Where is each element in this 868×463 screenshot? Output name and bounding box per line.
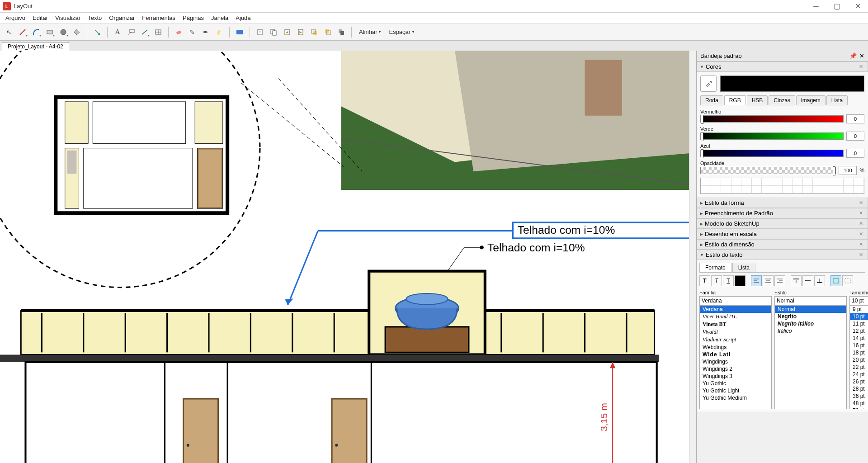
- maximize-button[interactable]: ▢: [826, 0, 847, 13]
- align-right-button[interactable]: [774, 275, 785, 286]
- list-item[interactable]: Vivaldi: [700, 328, 771, 336]
- section-close-icon[interactable]: ✕: [857, 231, 865, 237]
- eyedropper-button[interactable]: [700, 76, 717, 92]
- label-tool[interactable]: [125, 26, 137, 38]
- send-back-tool[interactable]: [321, 26, 334, 38]
- familia-input[interactable]: [699, 296, 772, 305]
- list-item[interactable]: 20 pt: [850, 356, 868, 364]
- menu-arquivo[interactable]: Arquivo: [2, 14, 29, 22]
- circle-tool[interactable]: [57, 26, 70, 38]
- list-item[interactable]: 28 pt: [850, 385, 868, 392]
- section-preenchimento[interactable]: ▶Preenchimento de Padrão✕: [697, 208, 868, 218]
- swatch-grid[interactable]: [700, 178, 864, 194]
- red-slider[interactable]: [700, 115, 844, 123]
- space-menu[interactable]: Espaçar: [385, 27, 418, 37]
- opacity-value[interactable]: [839, 166, 857, 175]
- valign-middle-button[interactable]: [802, 275, 813, 286]
- list-item[interactable]: Normal: [775, 306, 846, 313]
- section-modelo[interactable]: ▶Modelo do SketchUp✕: [697, 218, 868, 229]
- document-tab[interactable]: Projeto_Layout - A4-02: [2, 42, 69, 51]
- section-dimensao[interactable]: ▶Estilo da dimensão✕: [697, 239, 868, 250]
- color-tab-roda[interactable]: Roda: [700, 95, 723, 105]
- align-left-button[interactable]: [751, 275, 762, 286]
- select-tool[interactable]: ↖: [3, 26, 15, 38]
- text-tab-formato[interactable]: Formato: [699, 263, 731, 272]
- prev-page-tool[interactable]: ◄: [281, 26, 293, 38]
- list-item[interactable]: Wide Lati: [700, 351, 771, 358]
- tamanho-list[interactable]: 9 pt10 pt11 pt12 pt14 pt16 pt18 pt20 pt2…: [849, 305, 868, 409]
- tamanho-input[interactable]: [849, 296, 868, 305]
- canvas[interactable]: ▾ ✕: [0, 51, 696, 463]
- list-item[interactable]: Verdana: [700, 306, 771, 313]
- rectangle-tool[interactable]: [43, 26, 56, 38]
- italic-button[interactable]: T: [711, 275, 722, 286]
- menu-visualizar[interactable]: Visualizar: [52, 14, 84, 22]
- opacity-slider[interactable]: [700, 167, 836, 174]
- list-item[interactable]: Wingdings 2: [700, 365, 771, 373]
- pen-tool[interactable]: ✒: [199, 26, 212, 38]
- list-item[interactable]: Yu Gothic Medium: [700, 394, 771, 402]
- section-close-icon[interactable]: ✕: [857, 64, 865, 70]
- arc-tool[interactable]: [30, 26, 42, 38]
- menu-texto[interactable]: Texto: [84, 14, 105, 22]
- highlighter-tool[interactable]: [213, 26, 226, 38]
- list-item[interactable]: Webdings: [700, 344, 771, 351]
- blue-value[interactable]: [846, 149, 864, 158]
- text-color-button[interactable]: [735, 275, 745, 286]
- list-item[interactable]: Wingdings 3: [700, 373, 771, 380]
- blue-slider[interactable]: [700, 150, 844, 157]
- line-tool[interactable]: [16, 26, 29, 38]
- close-button[interactable]: ✕: [847, 0, 868, 13]
- list-item[interactable]: 11 pt: [850, 320, 868, 327]
- estilo-input[interactable]: [774, 296, 847, 305]
- valign-bottom-button[interactable]: [814, 275, 825, 286]
- section-estilo-forma[interactable]: ▶Estilo da forma✕: [697, 198, 868, 208]
- text-unbox-button[interactable]: [842, 275, 853, 286]
- text-tab-lista[interactable]: Lista: [732, 263, 755, 272]
- menu-ferramentas[interactable]: Ferramentas: [138, 14, 179, 22]
- tray-close-icon[interactable]: ✕: [859, 52, 864, 59]
- list-item[interactable]: 14 pt: [850, 335, 868, 342]
- list-item[interactable]: Yu Gothic Light: [700, 387, 771, 394]
- familia-list[interactable]: VerdanaViner Hand ITCVineta BTVivaldiVla…: [699, 305, 772, 409]
- minimize-button[interactable]: ─: [806, 0, 826, 13]
- menu-editar[interactable]: Editar: [29, 14, 52, 22]
- red-value[interactable]: [846, 114, 864, 123]
- list-item[interactable]: 12 pt: [850, 327, 868, 335]
- estilo-list[interactable]: NormalNegritoNegrito ItálicoItálico: [774, 305, 847, 409]
- eraser-tool[interactable]: [172, 26, 185, 38]
- section-close-icon[interactable]: ✕: [857, 241, 865, 247]
- section-close-icon[interactable]: ✕: [857, 221, 865, 227]
- menu-paginas[interactable]: Páginas: [179, 14, 208, 22]
- tray-pin-icon[interactable]: 📌: [849, 52, 857, 59]
- table-tool[interactable]: [152, 26, 165, 38]
- list-item[interactable]: 48 pt: [850, 400, 868, 407]
- text-tool[interactable]: A: [111, 26, 124, 38]
- list-item[interactable]: 10 pt: [850, 313, 868, 320]
- section-close-icon[interactable]: ✕: [857, 252, 865, 258]
- polygon-tool[interactable]: [71, 26, 83, 38]
- color-tab-lista[interactable]: Lista: [826, 95, 848, 105]
- list-item[interactable]: 72 pt: [850, 407, 868, 409]
- align-menu[interactable]: Alinhar: [355, 27, 384, 37]
- list-item[interactable]: 9 pt: [850, 306, 868, 313]
- menu-organizar[interactable]: Organizar: [105, 14, 138, 22]
- bold-button[interactable]: T: [699, 275, 710, 286]
- list-item[interactable]: Negrito: [775, 313, 846, 320]
- menu-janela[interactable]: Janela: [208, 14, 232, 22]
- menu-ajuda[interactable]: Ajuda: [232, 14, 254, 22]
- list-item[interactable]: Vineta BT: [700, 321, 771, 328]
- green-slider[interactable]: [700, 132, 844, 140]
- green-value[interactable]: [846, 132, 864, 141]
- list-item[interactable]: Viner Hand ITC: [700, 313, 771, 321]
- list-item[interactable]: Vladimir Script: [700, 336, 771, 344]
- bring-front-tool[interactable]: [308, 26, 321, 38]
- color-tab-imagem[interactable]: imagem: [796, 95, 826, 105]
- text-box-button[interactable]: [830, 275, 841, 286]
- list-item[interactable]: 18 pt: [850, 349, 868, 356]
- list-item[interactable]: Yu Gothic: [700, 380, 771, 387]
- section-desenho[interactable]: ▶Desenho em escala✕: [697, 229, 868, 239]
- section-close-icon[interactable]: ✕: [857, 210, 865, 216]
- list-item[interactable]: 26 pt: [850, 378, 868, 385]
- list-item[interactable]: Wingdings: [700, 358, 771, 365]
